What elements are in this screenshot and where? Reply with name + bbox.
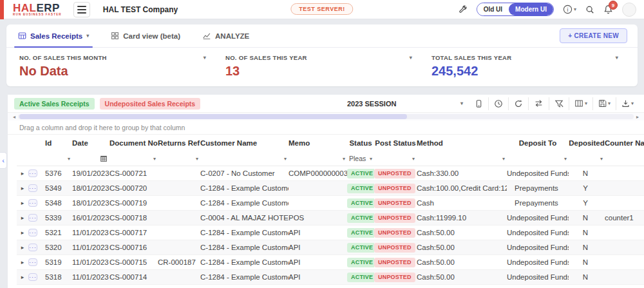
cell-document-no: CS-000714: [109, 273, 158, 281]
search-icon[interactable]: [585, 5, 594, 14]
post-status-badge: UNPOSTED: [374, 184, 415, 193]
table-row[interactable]: ▸···537619/01/2023CS-000721C-0207 - No C…: [17, 166, 644, 181]
column-header-document-no[interactable]: Document No: [109, 139, 158, 147]
cell-memo: API: [289, 273, 347, 281]
column-header-id[interactable]: Id: [45, 139, 72, 147]
device-icon[interactable]: [469, 97, 488, 110]
chevron-down-icon[interactable]: ▾: [204, 55, 206, 61]
row-actions-button[interactable]: ···: [28, 229, 37, 236]
table-header-row: Id Date Document No Returns Ref Customer…: [17, 135, 644, 151]
row-actions-button[interactable]: ···: [28, 214, 37, 222]
post-status-badge: UNPOSTED: [374, 198, 415, 208]
filter-memo[interactable]: ▾: [289, 153, 347, 164]
filter-customer-name[interactable]: ▾: [200, 153, 289, 164]
cell-method: Cash:50.00: [417, 229, 507, 236]
cell-deposit-to: Undeposited Funds: [507, 273, 569, 281]
filter-chip-undeposited-sales-receipts[interactable]: Undeposited Sales Receipts: [100, 98, 201, 110]
column-header-deposit-to[interactable]: Deposit To: [507, 139, 569, 147]
expand-row-icon[interactable]: ▸: [17, 170, 28, 177]
cell-id: 5320: [45, 244, 72, 251]
column-chooser-icon[interactable]: ▾: [569, 97, 592, 110]
refresh-icon[interactable]: [508, 97, 528, 110]
info-menu[interactable]: i ▾: [563, 5, 576, 14]
user-avatar[interactable]: [622, 3, 636, 17]
filter-counter-name[interactable]: [605, 153, 644, 164]
scrollbar-thumb[interactable]: [19, 114, 407, 119]
notification-count-badge: 9: [609, 1, 618, 10]
sidebar-collapse-handle[interactable]: ‹: [0, 152, 7, 169]
column-header-deposited[interactable]: Deposited: [569, 139, 605, 147]
filter-post-status[interactable]: ▾: [374, 153, 417, 164]
cell-memo: POS: [289, 214, 347, 222]
filter-status[interactable]: Pleas▾: [347, 153, 374, 164]
expand-row-icon[interactable]: ▸: [17, 229, 28, 236]
tab-sales-receipts[interactable]: Sales Receipts ▾: [18, 24, 89, 48]
chevron-down-icon[interactable]: ▾: [616, 55, 618, 61]
scroll-right-icon[interactable]: ▸: [634, 114, 641, 120]
row-actions-button[interactable]: ···: [28, 273, 37, 281]
filter-deposited[interactable]: ▾: [569, 153, 605, 164]
row-actions-button[interactable]: ···: [28, 244, 37, 251]
table-row[interactable]: ▸···532011/01/2023CS-000716C-1284 - Exam…: [17, 240, 644, 255]
table-row[interactable]: ▸···534818/01/2023CS-000719C-1284 - Exam…: [17, 196, 644, 211]
column-header-status[interactable]: Status: [347, 139, 374, 147]
swap-arrows-icon[interactable]: [528, 97, 549, 110]
filter-date[interactable]: [72, 153, 109, 164]
session-select[interactable]: 2023 SESSION ▾: [347, 100, 463, 108]
save-layout-icon[interactable]: ▾: [592, 97, 616, 110]
column-header-post-status[interactable]: Post Status: [374, 139, 417, 147]
notifications-bell-icon[interactable]: 9: [603, 5, 613, 14]
expand-row-icon[interactable]: ▸: [17, 274, 28, 280]
tools-icon[interactable]: [459, 5, 468, 14]
expand-row-icon[interactable]: ▸: [17, 215, 28, 221]
row-actions-button[interactable]: ···: [28, 184, 37, 192]
filter-method[interactable]: ▾: [417, 153, 507, 164]
expand-row-icon[interactable]: ▸: [17, 185, 28, 191]
table-row[interactable]: ▸···534918/01/2023CS-000720C-1284 - Exam…: [17, 181, 644, 196]
table-row[interactable]: ▸···532111/01/2023CS-000717C-1284 - Exam…: [17, 226, 644, 240]
tab-analyze[interactable]: ANALYZE: [202, 24, 249, 48]
calendar-icon[interactable]: [100, 155, 108, 162]
table-row[interactable]: ▸···531811/01/2023CS-000714C-1284 - Exam…: [17, 270, 644, 285]
filter-returns-ref[interactable]: ▾: [158, 153, 200, 164]
scrollbar-track[interactable]: [18, 114, 634, 119]
post-status-badge: UNPOSTED: [374, 213, 415, 223]
group-by-panel[interactable]: Drag a column and drop it here to group …: [8, 120, 644, 135]
create-new-button[interactable]: + CREATE NEW: [560, 28, 627, 43]
scroll-left-icon[interactable]: ◂: [10, 114, 18, 120]
clear-filter-icon[interactable]: [549, 97, 569, 110]
filter-id[interactable]: ▾: [45, 153, 72, 164]
cell-id: 5321: [45, 229, 72, 236]
column-header-method[interactable]: Method: [417, 139, 507, 147]
export-download-icon[interactable]: ▾: [616, 97, 639, 110]
chevron-down-icon[interactable]: ▾: [410, 55, 412, 61]
cell-deposit-to: Prepayments: [507, 184, 569, 192]
filter-document-no[interactable]: ▾: [109, 153, 158, 164]
filter-chip-active-sales-receipts[interactable]: Active Sales Receipts: [14, 98, 95, 110]
history-icon[interactable]: [488, 97, 508, 110]
column-header-returns-ref[interactable]: Returns Ref: [158, 139, 200, 147]
row-actions-button[interactable]: ···: [28, 169, 37, 177]
expand-row-icon[interactable]: ▸: [17, 259, 28, 265]
row-actions-button[interactable]: ···: [28, 258, 37, 266]
tab-card-view[interactable]: Card view (beta): [111, 24, 180, 48]
table-row[interactable]: ▸···531911/01/2023CS-000715CR-000187C-12…: [17, 255, 644, 270]
post-status-badge: UNPOSTED: [374, 258, 415, 267]
chevron-down-icon[interactable]: ▾: [86, 33, 89, 39]
cell-deposit-to: Undeposited Funds: [507, 169, 569, 177]
column-header-date[interactable]: Date: [72, 139, 109, 147]
filter-deposit-to[interactable]: ▾: [507, 153, 569, 164]
table-row[interactable]: ▸···533916/01/2023CS-000718C-0004 - AL M…: [17, 211, 644, 226]
column-header-counter-name[interactable]: Counter Name: [605, 139, 644, 147]
cell-document-no: CS-000721: [109, 169, 158, 177]
modern-ui-button[interactable]: Modern UI: [509, 3, 553, 15]
column-header-customer-name[interactable]: Customer Name: [200, 139, 289, 147]
cell-id: 5319: [45, 258, 72, 266]
column-header-memo[interactable]: Memo: [289, 139, 347, 147]
expand-row-icon[interactable]: ▸: [17, 244, 28, 251]
hamburger-menu-icon[interactable]: [73, 2, 90, 17]
expand-row-icon[interactable]: ▸: [17, 200, 28, 206]
cell-customer-name: C-1284 - Example Customer: [200, 273, 289, 281]
row-actions-button[interactable]: ···: [28, 199, 37, 207]
old-ui-button[interactable]: Old UI: [477, 3, 509, 15]
